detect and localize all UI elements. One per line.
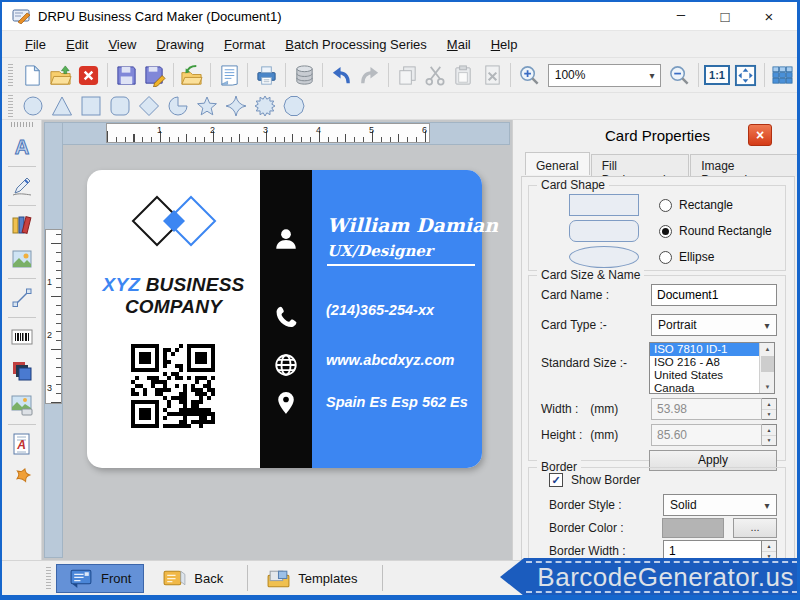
new-document-button[interactable] (18, 61, 46, 90)
close-button[interactable]: × (747, 3, 791, 30)
four-point-star-shape-button[interactable] (221, 94, 250, 118)
list-item[interactable]: ISO 216 - A8 (650, 356, 759, 369)
triangle-shape-button[interactable] (47, 94, 76, 118)
company-name-main: BUSINESS (140, 274, 244, 295)
scroll-up-icon[interactable]: ▲ (760, 343, 775, 355)
list-item[interactable]: Canada (650, 382, 759, 394)
star-shape-button[interactable] (192, 94, 221, 118)
menu-file[interactable]: File (16, 34, 55, 55)
grid-button[interactable] (769, 61, 797, 90)
picture-tool-button[interactable] (7, 390, 37, 420)
toolbar-grip[interactable] (8, 64, 13, 86)
tab-fill-background[interactable]: Fill Background (591, 154, 689, 177)
toolbar-grip[interactable] (11, 122, 33, 127)
titlebar: DRPU Business Card Maker (Document1) – □… (2, 2, 797, 31)
tab-general[interactable]: General (525, 152, 590, 175)
ellipse-shape-button[interactable] (18, 94, 47, 118)
menu-view[interactable]: View (99, 34, 145, 55)
panel-close-button[interactable]: × (748, 124, 772, 146)
rounded-rectangle-shape-button[interactable] (105, 94, 134, 118)
contact-website[interactable]: www.abcdxyz.com (326, 352, 454, 368)
menu-drawing[interactable]: Drawing (147, 34, 213, 55)
listbox-scrollbar[interactable]: ▲ ▼ (759, 343, 774, 393)
show-border-row[interactable]: ✓ Show Border (549, 473, 777, 487)
fit-to-window-button[interactable] (731, 61, 759, 90)
combo-dropdown-icon[interactable]: ▾ (758, 320, 776, 331)
print-button[interactable] (252, 61, 280, 90)
radio-round-rectangle[interactable]: Round Rectangle (659, 224, 772, 238)
undo-button[interactable] (327, 61, 355, 90)
actual-size-button[interactable]: 1:1 (703, 61, 731, 90)
checkbox-checked-icon[interactable]: ✓ (549, 473, 563, 487)
minimize-button[interactable]: – (659, 3, 703, 30)
freeform-shape-tool-button[interactable] (7, 463, 37, 493)
triangle-shape-icon (51, 95, 73, 117)
combo-dropdown-icon[interactable]: ▾ (758, 500, 776, 511)
export-button[interactable] (178, 61, 206, 90)
card-name-input[interactable] (651, 284, 777, 306)
combo-dropdown-icon[interactable]: ▾ (643, 70, 660, 81)
border-color-swatch[interactable] (662, 518, 724, 538)
zoom-out-button[interactable] (665, 61, 693, 90)
toolbar-grip[interactable] (46, 567, 51, 589)
contact-phone[interactable]: (214)365-254-xx (326, 302, 434, 318)
tab-front[interactable]: Front (56, 564, 144, 593)
pie-shape-button[interactable] (163, 94, 192, 118)
scroll-down-icon[interactable]: ▼ (760, 381, 775, 393)
save-button[interactable] (112, 61, 140, 90)
menu-mail[interactable]: Mail (438, 34, 480, 55)
standard-size-listbox[interactable]: ISO 7810 ID-1 ISO 216 - A8 United States… (649, 342, 775, 394)
text-tool-button[interactable]: A (7, 132, 37, 162)
contact-role[interactable]: UX/Designer (327, 242, 475, 266)
library-tool-button[interactable] (7, 210, 37, 240)
company-name[interactable]: XYZ BUSINESS COMPANY (87, 274, 260, 318)
border-color-browse-button[interactable]: ... (733, 518, 777, 538)
layers-tool-button[interactable] (7, 356, 37, 386)
radio-checked-icon[interactable] (659, 225, 672, 238)
tab-templates[interactable]: Templates (254, 564, 369, 593)
signature-tool-button[interactable] (7, 171, 37, 201)
card-blue-panel[interactable]: William Damian UX/Designer (214)365-254-… (312, 170, 482, 468)
contact-address[interactable]: Spain Es Esp 562 Es (326, 394, 468, 410)
list-item[interactable]: United States (650, 369, 759, 382)
burst-shape-button[interactable] (250, 94, 279, 118)
contact-name[interactable]: William Damian (327, 214, 498, 236)
close-document-button[interactable] (75, 61, 103, 90)
tab-back[interactable]: Back (150, 564, 235, 593)
text-document-tool-button[interactable]: A (7, 429, 37, 459)
menu-edit[interactable]: Edit (57, 34, 97, 55)
toolbar-grip[interactable] (8, 95, 13, 117)
width-label: Width : (541, 402, 578, 416)
menu-batch-processing-series[interactable]: Batch Processing Series (276, 34, 436, 55)
line-tool-button[interactable] (7, 283, 37, 313)
list-item-selected[interactable]: ISO 7810 ID-1 (650, 343, 759, 356)
rectangle-shape-button[interactable] (76, 94, 105, 118)
ruler-number: 1 (47, 277, 52, 287)
image-tool-button[interactable] (7, 244, 37, 274)
radio-ellipse[interactable]: Ellipse (659, 250, 714, 264)
tab-image-processing[interactable]: Image Processing (690, 154, 800, 177)
menu-format[interactable]: Format (215, 34, 274, 55)
radio-icon[interactable] (659, 199, 672, 212)
scrollbar-thumb[interactable] (761, 356, 774, 372)
redo-button[interactable] (356, 61, 384, 90)
menu-help[interactable]: Help (482, 34, 527, 55)
zoom-in-button[interactable] (515, 61, 543, 90)
database-button[interactable] (290, 61, 318, 90)
notes-button[interactable] (215, 61, 243, 90)
company-logo[interactable] (131, 192, 217, 252)
card-icon-strip[interactable] (260, 170, 312, 468)
maximize-button[interactable]: □ (703, 3, 747, 30)
barcode-tool-button[interactable] (7, 322, 37, 352)
radio-icon[interactable] (659, 251, 672, 264)
zoom-level-combo[interactable]: 100% ▾ (548, 64, 662, 87)
open-file-button[interactable] (46, 61, 74, 90)
border-style-combo[interactable]: Solid ▾ (663, 494, 777, 516)
card-type-combo[interactable]: Portrait ▾ (651, 314, 777, 336)
qr-code[interactable] (131, 344, 215, 428)
diamond-shape-button[interactable] (134, 94, 163, 118)
business-card[interactable]: XYZ BUSINESS COMPANY William Damian UX/D… (87, 170, 482, 468)
polygon-shape-button[interactable] (279, 94, 308, 118)
save-as-button[interactable] (140, 61, 168, 90)
radio-rectangle[interactable]: Rectangle (659, 198, 733, 212)
